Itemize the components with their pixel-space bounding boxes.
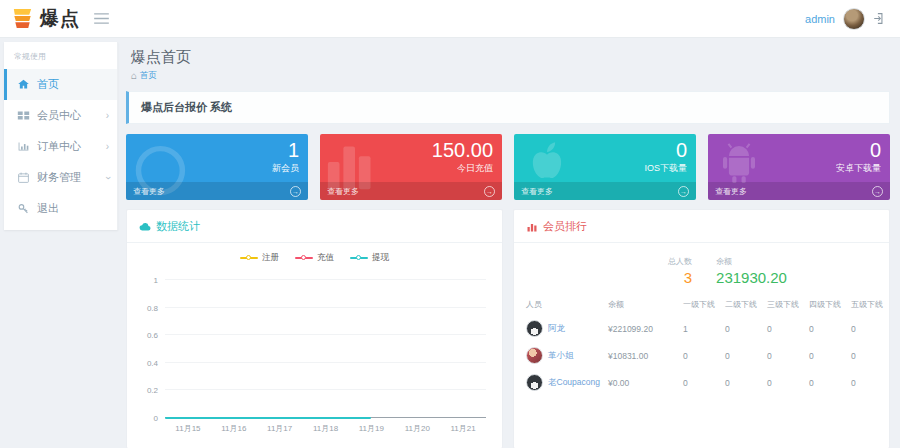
table-icon [17,109,30,122]
stat-card-today-recharge[interactable]: 150.00今日充值查看更多→ [320,134,502,200]
sidebar-item-logout[interactable]: 退出 [4,193,117,224]
legend-item[interactable]: 注册 [240,252,279,264]
card-more-link[interactable]: 查看更多→ [126,182,308,200]
sidebar-item-home[interactable]: 首页 [4,69,117,100]
ranking-panel-title: 会员排行 [543,219,587,234]
navbar-user-area: admin [805,8,886,30]
downline-cell: 0 [763,315,805,342]
stats-panel-header: 数据统计 [127,210,502,243]
legend-marker-icon [240,255,258,262]
sidebar-item-finance[interactable]: 财务管理› [4,162,117,193]
x-tick-label: 11月21 [440,423,486,434]
ranking-column-header: 余额 [604,294,679,315]
card-body: 0IOS下载量 [644,139,687,175]
y-tick-label: 0 [154,414,158,423]
stats-panel-title: 数据统计 [156,219,200,234]
downline-cell: 0 [679,342,721,369]
downline-cell: 0 [763,369,805,396]
user-name-link[interactable]: 老Coupacong [548,377,600,387]
gridline [165,334,486,335]
total-members-value: 3 [652,269,692,286]
card-more-link[interactable]: 查看更多→ [514,182,696,200]
total-balance-stat: 余额 231930.20 [716,256,787,286]
chevron-down-icon: › [102,176,112,179]
ranking-stats: 总人数 3 余额 231930.20 [514,256,889,286]
card-more-label: 查看更多 [327,186,359,197]
card-label: 新会员 [272,162,299,175]
user-avatar [526,320,543,337]
card-body: 1新会员 [272,139,299,175]
downline-cell: 0 [805,342,847,369]
stats-panel: 数据统计 注册充值提现 00.20.40.60.8111月1511月1611月1… [126,209,503,448]
downline-cell: 1 [679,315,721,342]
arrow-circle-icon: → [484,186,495,197]
x-tick-label: 11月15 [165,423,211,434]
layout: 常规使用 首页会员中心›订单中心›财务管理›退出 爆点首页 ⌂ 首页 爆点后台报… [0,38,900,448]
chevron-right-icon: › [106,142,109,152]
arrow-circle-icon: → [872,186,883,197]
stat-card-android-downloads[interactable]: 0安卓下载量查看更多→ [708,134,890,200]
stat-cards: 1新会员查看更多→150.00今日充值查看更多→0IOS下载量查看更多→0安卓下… [126,134,890,200]
logout-icon[interactable] [873,12,886,25]
cloud-icon [139,221,151,233]
sidebar-item-members[interactable]: 会员中心› [4,100,117,131]
stat-card-ios-downloads[interactable]: 0IOS下载量查看更多→ [514,134,696,200]
user-name-link[interactable]: 阿龙 [548,323,565,333]
user-cell: 阿龙 [514,315,604,342]
user-cell: 革小姐 [514,342,604,369]
brand[interactable]: 爆点 [10,6,80,32]
downline-cell: 0 [721,369,763,396]
legend-item[interactable]: 充值 [295,252,334,264]
calendar-icon [17,171,30,184]
avatar[interactable] [843,8,865,30]
callout-banner: 爆点后台报价 系统 [126,91,890,124]
stat-card-new-members[interactable]: 1新会员查看更多→ [126,134,308,200]
balance-cell: ¥10831.00 [604,342,679,369]
breadcrumb-home-link[interactable]: 首页 [140,70,157,82]
card-label: IOS下载量 [644,162,687,175]
gridline [165,362,486,363]
gridline [165,389,486,390]
total-members-stat: 总人数 3 [652,256,692,286]
sidebar-item-orders[interactable]: 订单中心› [4,131,117,162]
gridline [165,279,486,280]
user-name-link[interactable]: 革小姐 [548,350,574,360]
callout-text: 爆点后台报价 系统 [141,101,232,113]
username-link[interactable]: admin [805,13,835,25]
breadcrumb: ⌂ 首页 [131,70,890,82]
key-icon [17,202,30,215]
balance-cell: ¥221099.20 [604,315,679,342]
legend-item[interactable]: 提现 [350,252,389,264]
brand-title: 爆点 [40,6,80,32]
ranking-panel: 会员排行 总人数 3 余额 231930.20 人员余额一级下线二级下线 [513,209,890,448]
hamburger-icon[interactable] [94,13,109,24]
ranking-panel-header: 会员排行 [514,210,889,243]
x-tick-label: 11月20 [394,423,440,434]
line-chart[interactable]: 00.20.40.60.8111月1511月1611月1711月1811月191… [165,280,486,418]
x-axis-labels: 11月1511月1611月1711月1811月1911月2011月21 [165,418,486,434]
sidebar-item-label: 财务管理 [37,170,81,185]
ranking-column-header: 二级下线 [721,294,763,315]
downline-cell: 0 [679,369,721,396]
downline-cell: 0 [721,342,763,369]
chart-legend: 注册充值提现 [127,252,502,264]
arrow-circle-icon: → [290,186,301,197]
card-more-link[interactable]: 查看更多→ [708,182,890,200]
sidebar-item-label: 会员中心 [37,108,81,123]
user-avatar [526,347,543,364]
app-root: 爆点 admin 常规使用 首页会员中心›订单中心›财务管理›退出 爆点首页 ⌂… [0,0,900,448]
brand-logo-icon [10,6,35,31]
card-more-label: 查看更多 [715,186,747,197]
card-more-link[interactable]: 查看更多→ [320,182,502,200]
card-body: 150.00今日充值 [432,139,493,175]
card-value: 0 [644,139,687,161]
sidebar-section-label: 常规使用 [4,42,117,69]
ranking-row: 老Coupacong¥0.0000000 [514,369,889,396]
card-body: 0安卓下载量 [836,139,881,175]
chart-icon [17,140,30,153]
ranking-column-header: 五级下线 [847,294,889,315]
y-tick-label: 0.8 [147,303,158,312]
card-more-label: 查看更多 [521,186,553,197]
ranking-column-header: 三级下线 [763,294,805,315]
y-tick-label: 1 [154,276,158,285]
